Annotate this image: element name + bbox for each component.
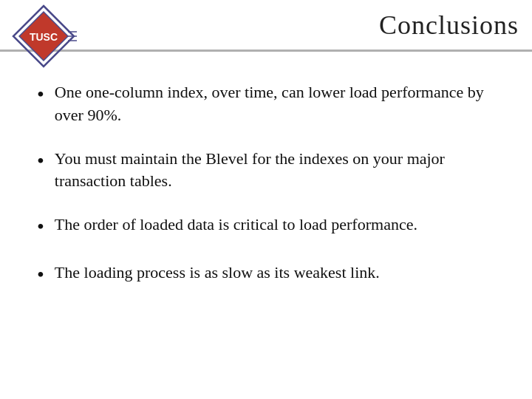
- bullet-text: You must maintain the Blevel for the ind…: [55, 148, 495, 194]
- page-title: Conclusions: [379, 10, 519, 41]
- bullet-text: The loading process is as slow as its we…: [55, 262, 495, 284]
- bullet-text: One one-column index, over time, can low…: [55, 81, 495, 127]
- bullet-text: The order of loaded data is critical to …: [55, 214, 495, 236]
- svg-text:TUSC: TUSC: [30, 31, 58, 43]
- list-item: • The loading process is as slow as its …: [37, 262, 495, 289]
- header: TUSC Conclusions: [0, 0, 532, 52]
- list-item: • You must maintain the Blevel for the i…: [37, 148, 495, 194]
- conclusions-list: • One one-column index, over time, can l…: [37, 81, 495, 290]
- bullet-icon: •: [37, 146, 44, 175]
- bullet-icon: •: [37, 212, 44, 241]
- main-content: • One one-column index, over time, can l…: [0, 52, 532, 332]
- logo: TUSC: [10, 3, 77, 69]
- list-item: • The order of loaded data is critical t…: [37, 214, 495, 241]
- list-item: • One one-column index, over time, can l…: [37, 81, 495, 127]
- bullet-icon: •: [37, 80, 44, 109]
- bullet-icon: •: [37, 260, 44, 289]
